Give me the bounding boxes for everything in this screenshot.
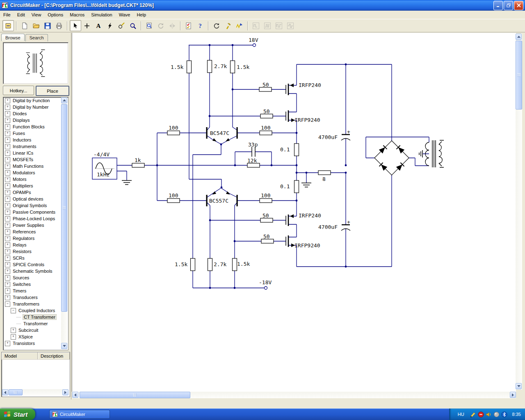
tree-item-inductors[interactable]: +Inductors — [3, 137, 68, 143]
expand-icon[interactable]: + — [5, 196, 10, 202]
expand-icon[interactable]: + — [5, 288, 10, 294]
text-tool-button[interactable]: A — [93, 20, 104, 31]
expand-icon[interactable]: + — [5, 282, 10, 287]
expand-icon[interactable]: + — [11, 328, 16, 333]
menu-help[interactable]: Help — [133, 11, 149, 18]
expand-icon[interactable]: + — [5, 124, 10, 130]
bridge-rectifier[interactable] — [374, 141, 409, 175]
tab-browse[interactable]: Browse — [1, 34, 25, 41]
open-file-button[interactable] — [30, 20, 42, 31]
delete-tool-button[interactable] — [104, 20, 116, 31]
tree-item-schematic-symbols[interactable]: +Schematic Symbols — [3, 268, 68, 274]
tree-item-modulators[interactable]: +Modulators — [3, 169, 68, 176]
tree-item-optical-devices[interactable]: +Optical devices — [3, 196, 68, 202]
simulation-setup-button[interactable] — [222, 20, 234, 31]
taskbar-clock[interactable]: 8:35 — [512, 412, 521, 417]
restore-button[interactable] — [504, 1, 513, 10]
tree-item-coupled-inductors[interactable]: −Coupled Inductors — [3, 307, 68, 314]
expand-icon[interactable]: + — [5, 190, 10, 195]
zoom-tool-button[interactable] — [127, 20, 139, 31]
expand-icon[interactable]: + — [5, 111, 10, 116]
expand-icon[interactable]: + — [5, 131, 10, 136]
bluetooth-icon[interactable] — [501, 411, 507, 418]
tree-item-displays[interactable]: +Displays — [3, 117, 68, 123]
canvas-scroll-right-button[interactable] — [510, 392, 516, 398]
tree-item-power-supplies[interactable]: +Power Supplies — [3, 222, 68, 228]
tree-item-function-blocks[interactable]: +Function Blocks — [3, 123, 68, 130]
canvas-scroll-up-button[interactable] — [516, 34, 522, 40]
close-button[interactable] — [514, 1, 523, 10]
expand-icon[interactable]: + — [5, 144, 10, 149]
expand-icon[interactable]: + — [5, 256, 10, 261]
tree-item-linear-ics[interactable]: +Linear ICs — [3, 150, 68, 156]
hotkey-button[interactable]: Hotkey... — [3, 86, 34, 95]
tree-item-multipliers[interactable]: +Multipliers — [3, 183, 68, 189]
canvas-scroll-left-button[interactable] — [72, 392, 78, 398]
collapse-icon[interactable]: − — [11, 308, 16, 313]
tablet-pen-icon[interactable] — [470, 411, 476, 418]
expand-icon[interactable]: + — [5, 170, 10, 176]
tree-item-original-symbols[interactable]: +Original Symbols — [3, 202, 68, 209]
expand-icon[interactable]: + — [5, 157, 10, 162]
expand-icon[interactable]: + — [11, 334, 16, 340]
reset-simulation-button[interactable] — [211, 20, 222, 31]
expand-icon[interactable]: + — [5, 177, 10, 182]
model-scroll-right-button[interactable] — [62, 389, 68, 395]
tree-item-instruments[interactable]: +Instruments — [3, 143, 68, 150]
tree-item-mosfets[interactable]: +MOSFETs — [3, 156, 68, 163]
tree-item-opamps[interactable]: +OPAMPs — [3, 189, 68, 196]
tree-item-relays[interactable]: +Relays — [3, 242, 68, 248]
canvas-hscrollbar[interactable] — [72, 392, 516, 398]
expand-icon[interactable]: + — [5, 216, 10, 221]
canvas-vscrollbar[interactable] — [516, 34, 522, 390]
description-column-header[interactable]: Description — [38, 352, 70, 359]
tree-item-subcircuit[interactable]: +Subcircuit — [3, 327, 68, 333]
canvas-hscroll-thumb[interactable] — [80, 392, 190, 398]
plus18v-terminal[interactable] — [253, 44, 256, 47]
model-column-header[interactable]: Model — [2, 352, 38, 359]
tree-item-diodes[interactable]: +Diodes — [3, 110, 68, 117]
tree-item-references[interactable]: +References — [3, 228, 68, 235]
tree-item-spice-controls[interactable]: +SPICE Controls — [3, 261, 68, 268]
tree-item-regulators[interactable]: +Regulators — [3, 235, 68, 242]
model-scroll-thumb[interactable] — [9, 389, 23, 395]
tree-item-digital-by-number[interactable]: +Digital by Number — [3, 104, 68, 110]
expand-icon[interactable]: + — [5, 249, 10, 254]
help-button[interactable]: ? — [194, 20, 206, 31]
expand-icon[interactable]: + — [5, 137, 10, 143]
expand-icon[interactable]: + — [5, 210, 10, 215]
schematic-canvas[interactable]: 18V1.5k2.7k1.5k50IRFP24050IRFP9240100BC5… — [72, 33, 516, 392]
tree-item-sources[interactable]: +Sources — [3, 274, 68, 281]
minimize-button[interactable] — [493, 1, 503, 10]
minus18v-terminal[interactable] — [265, 287, 267, 290]
expand-icon[interactable]: + — [5, 183, 10, 189]
canvas-vscroll-thumb[interactable] — [516, 41, 522, 110]
tree-item-resistors[interactable]: +Resistors — [3, 248, 68, 255]
tree-item-switches[interactable]: +Switches — [3, 281, 68, 288]
menu-macros[interactable]: Macros — [66, 11, 88, 18]
expand-icon[interactable]: + — [5, 105, 10, 110]
model-scroll-left-button[interactable] — [2, 389, 8, 395]
trackball-icon[interactable] — [493, 411, 500, 418]
expand-icon[interactable]: + — [5, 269, 10, 274]
tree-scroll-thumb[interactable] — [61, 104, 67, 312]
menu-wave[interactable]: Wave — [116, 11, 134, 18]
tree-item-transducers[interactable]: +Transducers — [3, 294, 68, 301]
tree-item-math-functions[interactable]: +Math Functions — [3, 163, 68, 169]
expand-icon[interactable]: + — [5, 229, 10, 235]
expand-icon[interactable]: + — [5, 341, 10, 346]
check-circuit-button[interactable] — [183, 20, 194, 31]
probe-tool-button[interactable] — [116, 20, 127, 31]
expand-icon[interactable]: + — [5, 275, 10, 281]
canvas-scroll-down-button[interactable] — [516, 383, 522, 389]
taskbar-task-circuitmaker[interactable]: CircuitMaker — [49, 410, 110, 419]
model-scrollbar[interactable] — [2, 389, 68, 395]
tree-item-phase-locked-loops[interactable]: +Phase-Locked Loops — [3, 215, 68, 222]
tree-item-scrs[interactable]: +SCRs — [3, 255, 68, 261]
menu-options[interactable]: Options — [44, 11, 66, 18]
wire-tool-button[interactable] — [81, 20, 93, 31]
tree-scrollbar[interactable] — [61, 97, 67, 349]
expand-icon[interactable]: + — [5, 203, 10, 208]
volume-icon[interactable] — [486, 411, 492, 418]
expand-icon[interactable]: + — [5, 98, 10, 103]
